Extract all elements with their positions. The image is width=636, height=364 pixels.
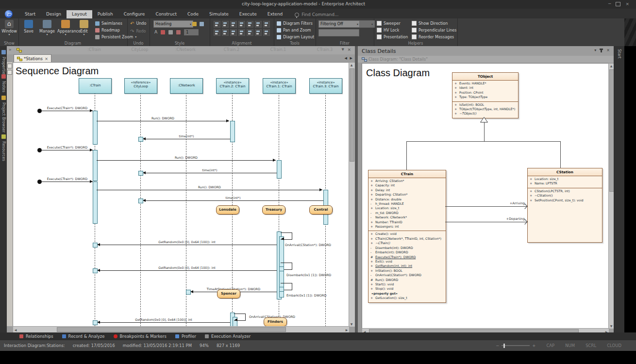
panel-dropdown-icon[interactable]: ▾ [594, 48, 596, 52]
ribbon-item-roadmap[interactable]: Roadmap [95, 27, 120, 33]
lifeline-head[interactable]: «reference»CityLoop [124, 78, 157, 94]
ribbon-button-save[interactable]: Save [20, 19, 37, 40]
align-icon-11[interactable] [238, 29, 245, 36]
maximize-button[interactable] [616, 2, 620, 6]
align-icon-12[interactable] [247, 29, 253, 36]
ribbon-item-diagram-filters[interactable]: Diagram Filters [277, 20, 313, 26]
ribbon-item-swimlanes[interactable]: Swimlanes [95, 20, 122, 26]
lifeline-head[interactable]: :CTrain [79, 78, 112, 94]
ribbon-tab-code[interactable]: Code [182, 10, 204, 18]
align-icon-10[interactable] [230, 29, 237, 36]
align-icon-9[interactable] [222, 29, 229, 36]
chevron-double-icon[interactable]: » [9, 47, 12, 52]
align-icon-8[interactable] [214, 29, 220, 36]
filter-input[interactable] [318, 29, 359, 36]
find-command[interactable]: Find Command... [295, 12, 338, 17]
app-logo-icon[interactable] [5, 10, 13, 18]
class-ctrain[interactable]: CTrain+Arriving: CStation*+Capacity: int… [368, 170, 446, 303]
ribbon-item-diagram-layout[interactable]: Diagram Layout [277, 34, 314, 40]
zoom-slider-thumb[interactable] [503, 344, 505, 348]
ribbon-tab-configure[interactable]: Configure [118, 10, 151, 18]
bottom-tab-execution-analyzer[interactable]: Execution Analyzer [205, 334, 251, 339]
ribbon-button-appearance[interactable]: Appearance▾ [57, 19, 74, 40]
sequence-diagram-canvas[interactable]: Sequence Diagram :CTrain«reference»CityL… [13, 62, 349, 327]
lifeline-head[interactable]: «instance»CTrain.2: CTrain [216, 78, 249, 94]
close-icon[interactable]: × [45, 56, 48, 61]
ribbon-button-manage[interactable]: Manage▾ [39, 19, 55, 40]
filter-combo-secondary[interactable]: ▾ [359, 20, 375, 28]
lifeline-head[interactable]: «instance»CTrain.3: CTrain [309, 78, 342, 94]
bottom-tab-record-analyze[interactable]: Record & Analyze [62, 334, 105, 339]
style-font-icons[interactable]: A 1 [154, 29, 199, 35]
minimize-button[interactable]: ─ [608, 1, 611, 6]
checkbox-presentation[interactable]: Presentation [377, 34, 408, 40]
tab-dropdown-icon[interactable]: ▼ [342, 48, 344, 51]
align-icon-5[interactable] [247, 21, 253, 28]
pin-icon[interactable] [601, 49, 602, 52]
class-cstation[interactable]: CStation+Location: size_t+Name: LPTSTR+C… [527, 168, 603, 243]
filter-combo[interactable]: Filtering Off▾ [318, 20, 360, 28]
diagram-side-toolbar[interactable] [7, 62, 13, 326]
ribbon-tab-layout[interactable]: Layout [67, 10, 92, 18]
ribbon-tab-construct[interactable]: Construct [150, 10, 182, 18]
ribbon-tab-design[interactable]: Design [41, 10, 67, 18]
ribbon-tab-simulate[interactable]: Simulate [204, 10, 234, 18]
dock-tab-notes[interactable]: Notes [0, 73, 7, 92]
lifeline-head[interactable]: «instance»CTrain.1: CTrain [263, 78, 296, 94]
tab-stations[interactable]: *Stations × [14, 54, 51, 63]
format-painter-icon[interactable] [200, 22, 204, 26]
style-pen-icons[interactable] [192, 21, 204, 27]
scroll-tabs-left-icon[interactable]: ◀ [345, 56, 347, 60]
scroll-tabs-right-icon[interactable]: ▶ [350, 56, 352, 60]
panel-close-icon[interactable]: × [606, 48, 610, 52]
ribbon-tab-extend[interactable]: Extend [262, 10, 288, 18]
ribbon-tab-start[interactable]: Start [19, 10, 41, 18]
zoom-slider[interactable]: − + [496, 343, 536, 348]
style-combo[interactable]: Heading▾ [153, 20, 193, 28]
align-icon-3[interactable] [230, 21, 237, 28]
align-icon-7[interactable] [263, 21, 270, 28]
horizontal-scrollbar[interactable]: ◀ ▶ [13, 326, 350, 333]
line-width-spinner[interactable]: 1 [184, 29, 199, 35]
align-icon-14[interactable] [263, 29, 270, 36]
font-color-icon[interactable] [161, 30, 165, 34]
align-icon-6[interactable] [255, 21, 262, 28]
dock-tab-project-browser[interactable]: Project Browser [0, 95, 7, 132]
line-color-icon[interactable] [176, 30, 181, 34]
zoom-in-icon[interactable]: + [532, 343, 536, 348]
bottom-tab-relationships[interactable]: Relationships [19, 334, 53, 339]
class-diagram-canvas[interactable]: Class Diagram TObject+Events: HANDLE*+Id… [362, 63, 609, 329]
fill-color-icon[interactable] [168, 30, 173, 34]
redo-button[interactable]: ↷ Redo [130, 28, 146, 34]
dock-tab-properties[interactable]: Properties [0, 49, 7, 76]
vertical-scrollbar[interactable]: ▲ ▼ [349, 62, 355, 327]
checkbox-sweeper[interactable]: Sweeper [377, 20, 401, 26]
align-icon-13[interactable] [255, 29, 262, 36]
ribbon-button-edit[interactable]: Edit▾ [76, 19, 92, 40]
zoom-out-icon[interactable]: − [496, 343, 499, 348]
class-diagram-subtab[interactable]: Class Diagram: "Class Details" [358, 56, 618, 63]
align-icon-4[interactable] [238, 21, 245, 28]
dock-tab-start[interactable]: Start [616, 48, 622, 59]
checkbox-perpendicular-lines[interactable]: Perpendicular Lines [412, 27, 456, 33]
font-icon[interactable]: A [154, 30, 157, 34]
ribbon-tab-execute[interactable]: Execute [234, 10, 262, 18]
dock-tab-resources[interactable]: Resources [0, 133, 7, 161]
checkbox-reorder-messages[interactable]: Reorder Messages [412, 34, 454, 40]
pencil-icon[interactable] [192, 22, 197, 26]
checkbox-hv-lock[interactable]: HV Lock [377, 27, 399, 33]
ribbon-tab-publish[interactable]: Publish [92, 10, 118, 18]
ribbon-item-pan-and-zoom[interactable]: Pan and Zoom [277, 27, 311, 33]
align-icon-2[interactable] [222, 21, 229, 28]
bottom-tab-profiler[interactable]: Profiler [175, 334, 196, 339]
undo-button[interactable]: ↶ Undo [130, 20, 146, 26]
window-button[interactable]: ⌂ Window ▾ [1, 19, 17, 40]
align-icon-1[interactable] [214, 21, 220, 28]
close-button[interactable]: × [625, 1, 629, 6]
tab-close-icon[interactable]: × [347, 47, 351, 52]
checkbox-show-direction[interactable]: Show Direction [412, 20, 448, 26]
class-tobject[interactable]: TObject+Events: HANDLE*+Ident: int+Posit… [452, 72, 519, 118]
bottom-tab-breakpoints-markers[interactable]: Breakpoints & Markers [114, 334, 167, 339]
undo-icon: ↶ [130, 21, 134, 26]
lifeline-head[interactable]: :CNetwork [170, 78, 203, 94]
